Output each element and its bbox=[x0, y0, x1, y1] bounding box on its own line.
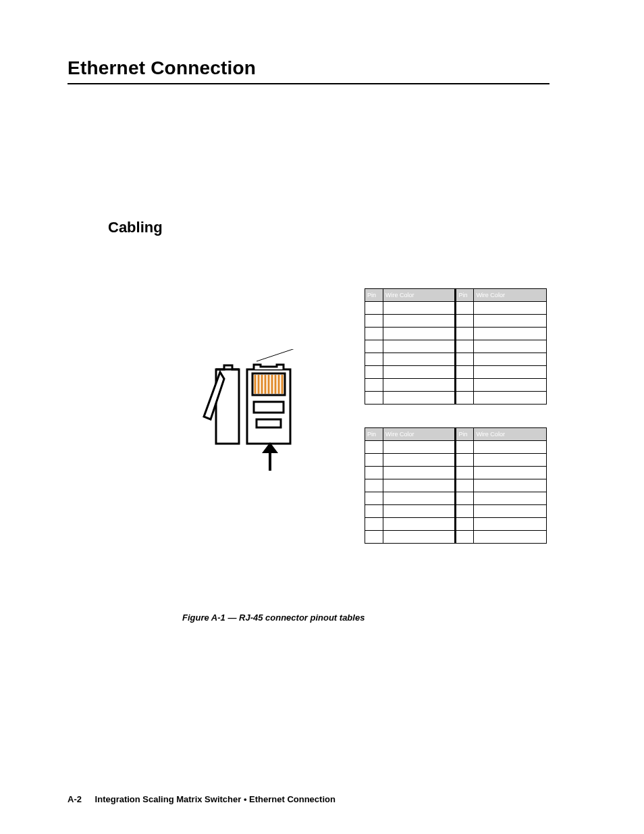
cell-pin-l: 4 bbox=[365, 479, 383, 492]
rj45-connector-icon bbox=[203, 349, 324, 487]
cell-pin-r: 7 bbox=[456, 378, 474, 391]
cell-color-r: White-brown bbox=[474, 378, 547, 391]
cell-pin-l: 1 bbox=[365, 440, 383, 453]
cell-color-l: White-blue bbox=[383, 492, 456, 504]
cell-pin-l: 6 bbox=[365, 504, 383, 517]
intro-para-2: The Ethernet cable can be terminated as … bbox=[68, 136, 549, 157]
straight-caption: Straight-through Cable bbox=[365, 548, 547, 554]
cell-color-r: Green bbox=[474, 314, 547, 327]
cell-color-l: White-brown bbox=[383, 378, 456, 391]
cell-pin-r: 8 bbox=[456, 391, 474, 404]
cell-color-l: White-green bbox=[383, 327, 456, 340]
cell-color-l: Blue bbox=[383, 340, 456, 353]
cell-color-l: White-orange bbox=[383, 301, 456, 314]
cell-color-r: Brown bbox=[474, 391, 547, 404]
cell-pin-r: 1 bbox=[456, 440, 474, 453]
cell-pin-l: 2 bbox=[365, 314, 383, 327]
cell-pin-r: 6 bbox=[456, 504, 474, 517]
cell-color-l: White-brown bbox=[383, 517, 456, 530]
cell-pin-r: 2 bbox=[456, 314, 474, 327]
cell-pin-r: 3 bbox=[456, 466, 474, 479]
cell-color-r: Orange bbox=[474, 365, 547, 378]
cell-color-r: Blue bbox=[474, 479, 547, 492]
cell-color-r: White-brown bbox=[474, 517, 547, 530]
section-title: Ethernet Connection bbox=[68, 57, 549, 84]
figure-area: Pin Wire Color Pin Wire Color 1White-ora… bbox=[68, 288, 549, 606]
cell-pin-r: 5 bbox=[456, 353, 474, 365]
cell-pin-l: 3 bbox=[365, 327, 383, 340]
svg-rect-12 bbox=[254, 402, 284, 413]
subheading-cabling: Cabling bbox=[108, 219, 549, 236]
intro-para-4: Patch (straight-through) cable — Connect… bbox=[68, 188, 549, 199]
straight-table: Pin Wire Color Pin Wire Color 1White-ora… bbox=[365, 427, 547, 544]
cell-pin-l: 7 bbox=[365, 517, 383, 530]
cell-pin-l: 1 bbox=[365, 301, 383, 314]
table-row: 1White-orange1White-green bbox=[365, 301, 547, 314]
cell-pin-r: 3 bbox=[456, 327, 474, 340]
table-row: 5White-blue5White-blue bbox=[365, 492, 547, 504]
cell-color-l: Blue bbox=[383, 479, 456, 492]
cell-pin-r: 4 bbox=[456, 340, 474, 353]
th-pin-l: Pin bbox=[365, 288, 383, 301]
intro-para-3: Crossover cable — Direct connection betw… bbox=[68, 167, 549, 178]
cell-color-l: Brown bbox=[383, 530, 456, 543]
table-row: 8Brown8Brown bbox=[365, 530, 547, 543]
table-row: 6Green6Green bbox=[365, 504, 547, 517]
cell-pin-l: 5 bbox=[365, 492, 383, 504]
cell-pin-r: 7 bbox=[456, 517, 474, 530]
table-row: 6Green6Orange bbox=[365, 365, 547, 378]
cell-pin-r: 5 bbox=[456, 492, 474, 504]
th-color-l: Wire Color bbox=[383, 427, 456, 440]
cell-pin-l: 4 bbox=[365, 340, 383, 353]
cell-color-r: White-orange bbox=[474, 327, 547, 340]
th-color-r: Wire Color bbox=[474, 288, 547, 301]
cell-color-r: White-green bbox=[474, 466, 547, 479]
table-row: 7White-brown7White-brown bbox=[365, 517, 547, 530]
cell-pin-l: 8 bbox=[365, 530, 383, 543]
table-row: 8Brown8Brown bbox=[365, 391, 547, 404]
page-number: A-2 bbox=[68, 794, 82, 804]
cell-color-r: Green bbox=[474, 504, 547, 517]
table-row: 5White-blue5White-blue bbox=[365, 353, 547, 365]
th-color-l: Wire Color bbox=[383, 288, 456, 301]
cell-color-l: Brown bbox=[383, 391, 456, 404]
figure-caption: Figure A-1 — RJ-45 connector pinout tabl… bbox=[182, 613, 549, 623]
cell-color-r: White-orange bbox=[474, 440, 547, 453]
th-color-r: Wire Color bbox=[474, 427, 547, 440]
th-pin-r: Pin bbox=[456, 288, 474, 301]
table-row: 3White-green3White-green bbox=[365, 466, 547, 479]
crossover-table: Pin Wire Color Pin Wire Color 1White-ora… bbox=[365, 288, 547, 405]
cell-pin-l: 8 bbox=[365, 391, 383, 404]
intro-para-1: The rear panel Ethernet connector on the… bbox=[68, 105, 549, 126]
page-footer: A-2 Integration Scaling Matrix Switcher … bbox=[68, 794, 336, 804]
cell-color-l: White-blue bbox=[383, 353, 456, 365]
th-pin-r: Pin bbox=[456, 427, 474, 440]
cell-color-l: Orange bbox=[383, 453, 456, 466]
cell-pin-r: 2 bbox=[456, 453, 474, 466]
cell-color-l: White-green bbox=[383, 466, 456, 479]
cell-pin-r: 4 bbox=[456, 479, 474, 492]
cell-pin-l: 6 bbox=[365, 365, 383, 378]
crossover-caption: Crossover Cable bbox=[365, 409, 547, 415]
cell-color-r: Blue bbox=[474, 340, 547, 353]
cell-pin-l: 5 bbox=[365, 353, 383, 365]
cell-color-r: White-blue bbox=[474, 353, 547, 365]
table-row: 1White-orange1White-orange bbox=[365, 440, 547, 453]
table-row: 3White-green3White-orange bbox=[365, 327, 547, 340]
cell-pin-r: 1 bbox=[456, 301, 474, 314]
cell-color-l: White-orange bbox=[383, 440, 456, 453]
svg-rect-13 bbox=[257, 419, 281, 427]
table-row: 7White-brown7White-brown bbox=[365, 378, 547, 391]
cell-color-r: Brown bbox=[474, 530, 547, 543]
table-row: 4Blue4Blue bbox=[365, 479, 547, 492]
cell-color-l: Green bbox=[383, 504, 456, 517]
cell-color-l: Orange bbox=[383, 314, 456, 327]
table-row: 4Blue4Blue bbox=[365, 340, 547, 353]
cell-color-r: Orange bbox=[474, 453, 547, 466]
cell-color-r: White-blue bbox=[474, 492, 547, 504]
cell-color-r: White-green bbox=[474, 301, 547, 314]
footer-title: Integration Scaling Matrix Switcher • Et… bbox=[95, 794, 336, 804]
cell-pin-l: 7 bbox=[365, 378, 383, 391]
cabling-para-1: It is vital that your Ethernet cables be… bbox=[108, 242, 549, 275]
cell-pin-r: 8 bbox=[456, 530, 474, 543]
